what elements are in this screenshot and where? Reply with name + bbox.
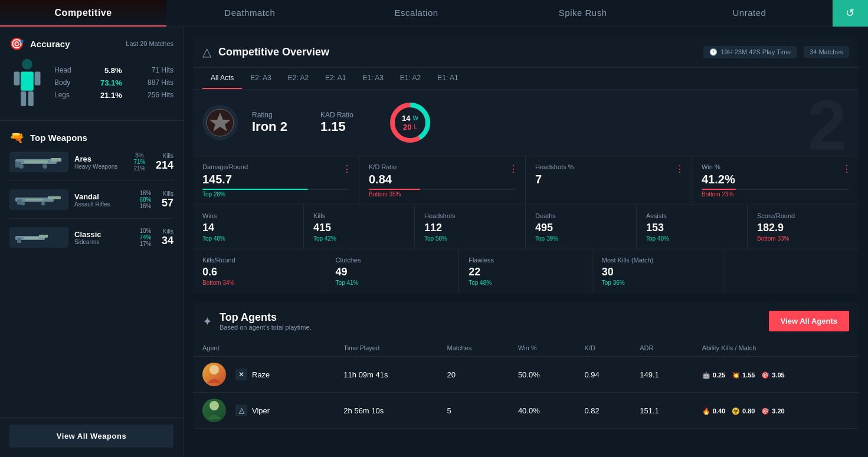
stat-headshots-pct-label: Headshots % [535, 163, 682, 170]
stat-kd-ratio-dots[interactable]: ⋮ [509, 163, 518, 175]
accuracy-icon: 🎯 [9, 37, 24, 51]
raze-adr: 149.1 [630, 357, 693, 393]
svg-rect-20 [39, 235, 48, 238]
top-navigation: Competitive Deathmatch Escalation Spike … [0, 0, 868, 27]
svg-rect-3 [28, 91, 34, 106]
svg-rect-4 [14, 71, 20, 85]
stat-deaths: Deaths 495 Top 39% [526, 205, 637, 249]
svg-point-15 [21, 201, 25, 205]
stat-kd-ratio-sub: Bottom 35% [369, 191, 516, 198]
raze-name-cell: ✕ Raze [193, 357, 334, 393]
wins-label: W [412, 115, 418, 121]
act-tab-e1a3[interactable]: E1: A3 [354, 68, 391, 89]
left-panel: 🎯 Accuracy Last 20 Matches [0, 27, 184, 457]
weapon-body-stats-ares: 8% 71% 21% [129, 152, 150, 172]
act-tab-e1a1[interactable]: E1: A1 [429, 68, 466, 89]
accuracy-header: 🎯 Accuracy Last 20 Matches [9, 37, 173, 51]
col-header-ability-kills: Ability Kills / Match [693, 340, 859, 357]
svg-rect-11 [24, 160, 48, 163]
accuracy-row-body: Body 73.1% 887 Hits [54, 78, 173, 87]
stat-damage-round-dots[interactable]: ⋮ [342, 163, 352, 175]
weapon-name-vandal: Vandal [74, 192, 129, 201]
overview-card: △ Competitive Overview 🕐 19H 23M 42S Pla… [193, 37, 859, 293]
svg-point-10 [42, 164, 47, 169]
clock-icon: 🕐 [709, 48, 718, 56]
tab-competitive[interactable]: Competitive [0, 0, 166, 27]
body-label: Body [54, 78, 75, 87]
weapon-info-ares: Ares Heavy Weapons [74, 154, 123, 170]
head-hits: 71 Hits [152, 66, 173, 74]
act-tab-e1a2[interactable]: E1: A2 [392, 68, 429, 89]
viper-ability3: 🎯 3.20 [761, 407, 784, 415]
right-panel: △ Competitive Overview 🕐 19H 23M 42S Pla… [184, 27, 868, 457]
tab-escalation[interactable]: Escalation [333, 0, 499, 27]
stat-headshots: Headshots 112 Top 50% [415, 205, 526, 249]
tab-spikerush[interactable]: Spike Rush [500, 0, 666, 27]
kad-label: KAD Ratio [320, 111, 353, 119]
stat-wins: Wins 14 Top 48% [193, 205, 304, 249]
main-layout: 🎯 Accuracy Last 20 Matches [0, 27, 868, 457]
agents-table-header-row: Agent Time Played Matches Win % K/D ADR … [193, 340, 859, 357]
stat-damage-round: Damage/Round 145.7 Top 28% ⋮ [193, 156, 359, 205]
rating-value: Iron 2 [252, 119, 287, 134]
viper-ability2-icon: ☣️ [732, 407, 740, 415]
raze-kd: 0.94 [575, 357, 631, 393]
svg-rect-21 [24, 237, 39, 239]
stat-win-pct-dots[interactable]: ⋮ [842, 163, 851, 175]
overview-icon: △ [202, 45, 211, 59]
stat-kills: Kills 415 Top 42% [304, 205, 415, 249]
raze-matches: 20 [438, 357, 509, 393]
overview-header: △ Competitive Overview 🕐 19H 23M 42S Pla… [193, 37, 859, 68]
act-tab-e2a3[interactable]: E2: A3 [242, 68, 279, 89]
stat-win-pct-label: Win % [702, 163, 849, 170]
stat-headshots-pct-dots[interactable]: ⋮ [675, 163, 684, 175]
weapon-svg-classic [12, 229, 65, 246]
refresh-icon: ↺ [846, 6, 855, 19]
act-tab-e2a1[interactable]: E2: A1 [317, 68, 354, 89]
act-tab-all-acts[interactable]: All Acts [202, 68, 242, 89]
rating-row: Rating Iron 2 KAD Ratio 1.15 [193, 90, 859, 156]
accuracy-row-head: Head 5.8% 71 Hits [54, 66, 173, 75]
view-all-agents-button[interactable]: View All Agents [769, 311, 849, 331]
weapon-item-ares: Ares Heavy Weapons 8% 71% 21% Kills 214 [9, 152, 173, 181]
tab-unrated-icon[interactable]: ↺ [833, 0, 868, 27]
viper-ability2: ☣️ 0.80 [732, 407, 755, 415]
stat-score-round: Score/Round 182.9 Bottom 33% [748, 205, 859, 249]
agents-subtitle: Based on agent's total playtime. [220, 324, 312, 331]
weapons-icon: 🔫 [9, 130, 24, 144]
col-header-matches: Matches [438, 340, 509, 357]
col-header-agent: Agent [193, 340, 334, 357]
stat-win-pct-bar-fill [702, 189, 736, 190]
weapon-type-vandal: Assault Rifles [74, 201, 129, 208]
legs-pct: 21.1% [100, 91, 122, 100]
matches-badge: 34 Matches [804, 46, 849, 58]
view-all-weapons-button[interactable]: View All Weapons [9, 425, 173, 448]
weapon-name-ares: Ares [74, 154, 123, 163]
stat-damage-round-bar [202, 189, 349, 190]
raze-winpct: 50.0% [509, 357, 575, 393]
stat-kd-ratio-label: K/D Ratio [369, 163, 516, 170]
tab-deathmatch[interactable]: Deathmatch [166, 0, 333, 27]
raze-role-icon: ✕ [235, 369, 247, 380]
raze-name: Raze [252, 370, 270, 379]
stat-headshots-pct: Headshots % 7 ⋮ [526, 156, 692, 205]
overview-title: Competitive Overview [218, 46, 329, 58]
stat-win-pct: Win % 41.2% Bottom 23% ⋮ [692, 156, 859, 205]
weapon-body-stats-vandal: 16% 68% 16% [135, 190, 156, 209]
svg-rect-1 [21, 71, 34, 90]
stat-damage-round-label: Damage/Round [202, 163, 349, 170]
weapon-item-vandal: Vandal Assault Rifles 16% 68% 16% Kills … [9, 189, 173, 219]
weapon-name-classic: Classic [74, 230, 129, 239]
viper-avatar-svg [202, 399, 226, 422]
act-tab-e2a2[interactable]: E2: A2 [280, 68, 317, 89]
weapon-item-classic: Classic Sidearms 10% 74% 17% Kills 34 [9, 227, 173, 256]
weapon-info-vandal: Vandal Assault Rifles [74, 192, 129, 208]
stat-kills-round: Kills/Round 0.6 Bottom 34% [193, 249, 326, 293]
stats-grid-row1: Damage/Round 145.7 Top 28% ⋮ K/D Ratio 0… [193, 156, 859, 205]
agents-card: ✦ Top Agents Based on agent's total play… [193, 303, 859, 429]
svg-point-26 [209, 365, 219, 374]
weapon-type-classic: Sidearms [74, 239, 129, 245]
raze-ability2: 💥 1.55 [732, 371, 755, 379]
tab-unrated[interactable]: Unrated [666, 0, 833, 27]
svg-rect-14 [48, 196, 61, 199]
